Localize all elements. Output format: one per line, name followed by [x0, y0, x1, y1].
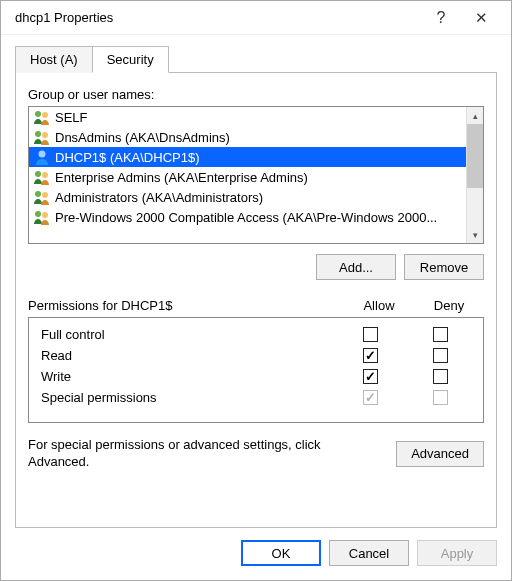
svg-point-1 [42, 112, 48, 118]
permission-name: Special permissions [37, 390, 335, 405]
permissions-header: Permissions for DHCP1$ Allow Deny [28, 298, 484, 313]
list-item[interactable]: SELF [29, 107, 466, 127]
permission-row: Write [37, 366, 475, 387]
group-icon [33, 129, 51, 145]
ok-button[interactable]: OK [241, 540, 321, 566]
list-item[interactable]: Administrators (AKA\Administrators) [29, 187, 466, 207]
titlebar: dhcp1 Properties ? ✕ [1, 1, 511, 35]
advanced-button[interactable]: Advanced [396, 441, 484, 467]
principal-name: SELF [55, 110, 88, 125]
permission-row: Special permissions [37, 387, 475, 408]
permission-name: Full control [37, 327, 335, 342]
apply-button[interactable]: Apply [417, 540, 497, 566]
content-area: Host (A) Security Group or user names: S… [1, 35, 511, 528]
allow-checkbox[interactable] [363, 327, 378, 342]
deny-checkbox [433, 390, 448, 405]
tab-host-a[interactable]: Host (A) [15, 46, 93, 73]
svg-point-10 [42, 212, 48, 218]
group-icon [33, 109, 51, 125]
permission-row: Full control [37, 324, 475, 345]
svg-point-8 [42, 192, 48, 198]
svg-point-6 [42, 172, 48, 178]
allow-checkbox[interactable] [363, 369, 378, 384]
principal-name: Pre-Windows 2000 Compatible Access (AKA\… [55, 210, 437, 225]
help-button[interactable]: ? [421, 9, 461, 27]
permissions-title: Permissions for DHCP1$ [28, 298, 344, 313]
svg-point-9 [35, 211, 41, 217]
permission-row: Read [37, 345, 475, 366]
properties-dialog: dhcp1 Properties ? ✕ Host (A) Security G… [0, 0, 512, 581]
list-item[interactable]: DHCP1$ (AKA\DHCP1$) [29, 147, 466, 167]
deny-checkbox[interactable] [433, 348, 448, 363]
svg-point-3 [42, 132, 48, 138]
close-button[interactable]: ✕ [461, 9, 501, 27]
list-item[interactable]: DnsAdmins (AKA\DnsAdmins) [29, 127, 466, 147]
group-icon [33, 169, 51, 185]
principal-name: DnsAdmins (AKA\DnsAdmins) [55, 130, 230, 145]
permission-name: Write [37, 369, 335, 384]
svg-point-4 [39, 151, 46, 158]
scroll-up-arrow[interactable]: ▴ [467, 107, 483, 124]
principals-list: SELFDnsAdmins (AKA\DnsAdmins)DHCP1$ (AKA… [29, 107, 466, 243]
group-icon [33, 209, 51, 225]
permissions-box: Full controlReadWriteSpecial permissions [28, 317, 484, 423]
deny-checkbox[interactable] [433, 327, 448, 342]
principal-name: DHCP1$ (AKA\DHCP1$) [55, 150, 200, 165]
scroll-down-arrow[interactable]: ▾ [467, 226, 483, 243]
svg-point-5 [35, 171, 41, 177]
list-item[interactable]: Pre-Windows 2000 Compatible Access (AKA\… [29, 207, 466, 227]
advanced-hint-text: For special permissions or advanced sett… [28, 437, 384, 471]
user-icon [33, 149, 51, 165]
principal-name: Enterprise Admins (AKA\Enterprise Admins… [55, 170, 308, 185]
window-title: dhcp1 Properties [15, 10, 421, 25]
permission-name: Read [37, 348, 335, 363]
add-button[interactable]: Add... [316, 254, 396, 280]
tabs-head: Host (A) Security [15, 45, 497, 73]
tab-body-security: Group or user names: SELFDnsAdmins (AKA\… [15, 73, 497, 528]
svg-point-0 [35, 111, 41, 117]
svg-point-7 [35, 191, 41, 197]
allow-column-header: Allow [344, 298, 414, 313]
principals-listbox[interactable]: SELFDnsAdmins (AKA\DnsAdmins)DHCP1$ (AKA… [28, 106, 484, 244]
scroll-thumb[interactable] [467, 124, 483, 188]
scroll-track[interactable] [467, 188, 483, 226]
allow-checkbox [363, 390, 378, 405]
svg-point-2 [35, 131, 41, 137]
tab-security[interactable]: Security [92, 46, 169, 73]
footer-row: For special permissions or advanced sett… [28, 437, 484, 471]
group-icon [33, 189, 51, 205]
principal-name: Administrators (AKA\Administrators) [55, 190, 263, 205]
group-or-user-names-label: Group or user names: [28, 87, 484, 102]
deny-column-header: Deny [414, 298, 484, 313]
list-item[interactable]: Enterprise Admins (AKA\Enterprise Admins… [29, 167, 466, 187]
allow-checkbox[interactable] [363, 348, 378, 363]
dialog-buttons: OK Cancel Apply [1, 528, 511, 580]
listbox-scrollbar[interactable]: ▴ ▾ [466, 107, 483, 243]
deny-checkbox[interactable] [433, 369, 448, 384]
cancel-button[interactable]: Cancel [329, 540, 409, 566]
principal-buttons-row: Add... Remove [28, 254, 484, 280]
remove-button[interactable]: Remove [404, 254, 484, 280]
